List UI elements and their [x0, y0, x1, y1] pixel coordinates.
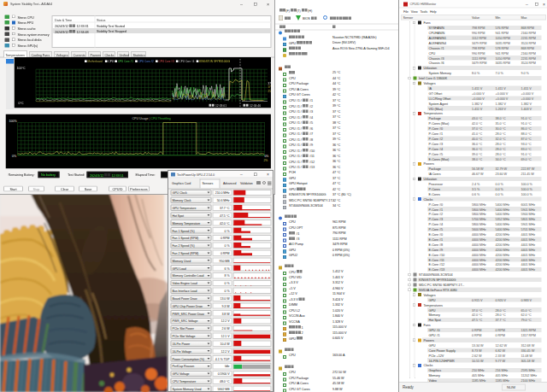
svg-text:0°C: 0°C: [19, 102, 24, 105]
svg-text:12:34:46: 12:34:46: [250, 104, 261, 108]
svg-text:37: 37: [268, 82, 271, 85]
svg-text:2%: 2%: [264, 159, 268, 162]
svg-text:CPU: CPU: [108, 60, 113, 63]
svg-text:0%: 0%: [12, 155, 17, 158]
svg-text:25: 25: [268, 90, 271, 93]
svg-text:Motherboard: Motherboard: [88, 60, 103, 63]
svg-text:12:33:01: 12:33:01: [215, 104, 226, 108]
svg-text:100%: 100%: [9, 120, 18, 124]
svg-text:CPU Core #1: CPU Core #1: [118, 60, 133, 63]
svg-text:100°C: 100°C: [17, 67, 26, 70]
svg-text:CPU Core #4: CPU Core #4: [179, 60, 194, 63]
svg-text:CPU Core #3: CPU Core #3: [159, 60, 174, 63]
svg-text:KINGSTON SFYRS1000G: KINGSTON SFYRS1000G: [199, 60, 230, 63]
svg-text:0%: 0%: [265, 155, 269, 158]
svg-text:CPU Usage | CPU Throttling: CPU Usage | CPU Throttling: [132, 117, 171, 120]
svg-text:CPU Core #2: CPU Core #2: [138, 60, 154, 63]
svg-text:17: 17: [268, 85, 271, 89]
